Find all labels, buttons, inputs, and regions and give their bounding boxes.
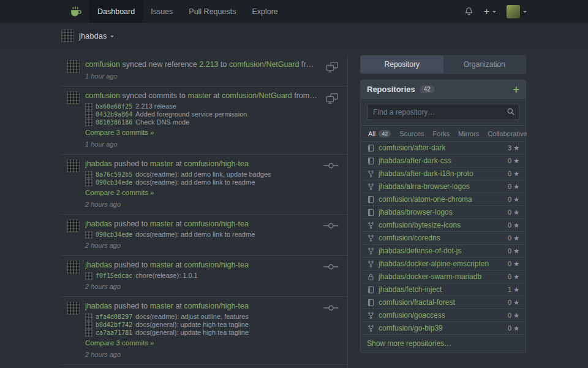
- repo-link[interactable]: jhabdas/after-dark-i18n-proto: [379, 169, 508, 178]
- fork-icon: [367, 312, 375, 320]
- branch-link[interactable]: master: [187, 91, 211, 100]
- nav-issues[interactable]: Issues: [143, 0, 181, 23]
- commit-sha-link[interactable]: 090cb34ede: [96, 178, 132, 186]
- branch-link[interactable]: master: [150, 159, 173, 168]
- repo-link[interactable]: comfusion/NetGuard: [229, 60, 300, 69]
- actor-link[interactable]: jhabdas: [85, 220, 112, 228]
- caret-down-icon: [523, 11, 527, 15]
- filter-collaborative[interactable]: Collaborative: [483, 130, 531, 137]
- branch-link[interactable]: master: [150, 220, 173, 228]
- actor-link[interactable]: comfusion: [85, 91, 120, 100]
- nav-dashboard[interactable]: Dashboard: [89, 0, 143, 23]
- feed-title: jhabdas pushed to master at comfusion/hi…: [85, 261, 318, 270]
- actor-avatar[interactable]: [67, 60, 80, 73]
- feed-title: jhabdas pushed to master at comfusion/hi…: [85, 220, 318, 229]
- filter-mirrors[interactable]: Mirrors: [454, 130, 483, 137]
- action-text: from mirror: [294, 91, 318, 100]
- feed-item: jhabdas pushed to master at comfusion/hi…: [61, 256, 347, 297]
- repo-link[interactable]: jhabdas/docker-swarm-mariadb: [379, 272, 508, 281]
- context-user-switcher[interactable]: jhabdas: [61, 29, 114, 42]
- commit-sha-link[interactable]: 090cb34ede: [96, 231, 132, 239]
- compare-commits-link[interactable]: Compare 3 commits »: [85, 129, 154, 136]
- repo-link[interactable]: jhabdas/docker-alpine-emscripten: [379, 259, 508, 268]
- actor-link[interactable]: comfusion: [85, 60, 120, 69]
- repo-icon: [367, 196, 375, 204]
- commit-sha-link[interactable]: 0810386186: [96, 118, 132, 126]
- star-icon: [511, 260, 519, 268]
- nav-explore[interactable]: Explore: [244, 0, 285, 23]
- actor-link[interactable]: jhabdas: [85, 302, 112, 310]
- repo-link[interactable]: comfusion/go-bip39: [379, 324, 508, 332]
- commit-icon: [318, 159, 339, 208]
- actor-avatar[interactable]: [67, 159, 80, 172]
- repo-link[interactable]: comfusion/coredns: [379, 234, 508, 242]
- repo-link[interactable]: jhabdas/alrra-browser-logos: [379, 182, 508, 191]
- nav-pull-requests[interactable]: Pull Requests: [181, 0, 244, 23]
- star-count: 0: [508, 324, 519, 332]
- actor-link[interactable]: jhabdas: [85, 261, 112, 269]
- repo-search-input[interactable]: [367, 104, 519, 120]
- commit-sha-link[interactable]: afa4d08297: [96, 313, 132, 321]
- commit-sha-link[interactable]: ca7aa71781: [96, 329, 132, 337]
- filter-forks[interactable]: Forks: [429, 130, 454, 137]
- commit-sha-link[interactable]: f0f15edcac: [96, 272, 132, 280]
- repo-link[interactable]: comfusion/NetGuard: [222, 91, 292, 100]
- repo-link[interactable]: comfusion/fractal-forest: [379, 298, 508, 307]
- ref-link[interactable]: 2.213: [199, 60, 218, 69]
- repo-row: comfusion/go-bip39 0: [361, 322, 526, 335]
- repo-link[interactable]: comfusion/high-tea: [184, 261, 249, 269]
- actor-avatar[interactable]: [67, 261, 80, 274]
- actor-avatar[interactable]: [67, 91, 80, 104]
- gitea-logo[interactable]: [61, 0, 89, 23]
- repo-link[interactable]: comfusion/bytesize-icons: [379, 221, 508, 229]
- repo-link[interactable]: comfusion/high-tea: [184, 302, 249, 310]
- commit-sha-link[interactable]: 0432b9a864: [96, 110, 132, 118]
- committer-avatar: [85, 179, 92, 186]
- filter-label: All: [368, 130, 375, 137]
- repo-link[interactable]: comfusion/atom-one-chroma: [379, 195, 508, 204]
- sidebar-tabs: Repository Organization: [360, 55, 526, 74]
- actor-link[interactable]: jhabdas: [85, 159, 112, 168]
- filter-all[interactable]: All 42: [364, 130, 395, 137]
- star-icon: [511, 324, 519, 332]
- commit-sha-link[interactable]: 8a76c592b5: [96, 171, 132, 178]
- repo-link[interactable]: jhabdas/defense-of-dot-js: [379, 247, 508, 255]
- show-more-repositories-link[interactable]: Show more repositories…: [361, 335, 526, 353]
- repo-icon: [367, 209, 375, 217]
- tab-organization[interactable]: Organization: [443, 56, 526, 73]
- tab-repository[interactable]: Repository: [361, 56, 443, 73]
- repo-link[interactable]: jhabdas/browser-logos: [379, 208, 508, 217]
- branch-link[interactable]: master: [150, 302, 173, 310]
- repo-link[interactable]: jhabdas/after-dark-css: [379, 156, 508, 165]
- bell-icon: [464, 7, 473, 16]
- repo-link[interactable]: comfusion/high-tea: [184, 220, 249, 228]
- timestamp: 2 hours ago: [85, 351, 318, 358]
- star-icon: [511, 299, 519, 307]
- repo-link[interactable]: jhabdas/fetch-inject: [379, 285, 508, 294]
- star-icon: [511, 221, 519, 229]
- actor-avatar[interactable]: [67, 302, 80, 315]
- filter-count-badge: 42: [379, 130, 391, 137]
- repo-row: jhabdas/after-dark-i18n-proto 0: [361, 167, 526, 180]
- branch-link[interactable]: master: [150, 261, 173, 269]
- create-new-dropdown[interactable]: +: [484, 7, 496, 17]
- star-count: 1: [508, 286, 519, 294]
- timestamp: 2 hours ago: [85, 283, 318, 290]
- filter-sources[interactable]: Sources: [395, 130, 428, 137]
- feed-item: jhabdas pushed to master at comfusion/hi…: [61, 215, 347, 256]
- repo-link[interactable]: comfusion/after-dark: [379, 144, 508, 152]
- compare-commits-link[interactable]: Compare 3 commits »: [85, 339, 154, 347]
- repo-link[interactable]: comfusion/goaccess: [379, 311, 508, 320]
- commit-sha-link[interactable]: b8d42bf742: [96, 321, 132, 329]
- add-repository-button[interactable]: +: [513, 84, 519, 95]
- compare-commits-link[interactable]: Compare 2 commits »: [85, 189, 154, 196]
- repo-link[interactable]: comfusion/high-tea: [184, 159, 249, 168]
- repo-row: jhabdas/docker-swarm-mariadb 0: [361, 270, 526, 283]
- repo-row: jhabdas/defense-of-dot-js 0: [361, 245, 526, 258]
- star-icon: [511, 273, 519, 281]
- user-menu-dropdown[interactable]: [507, 5, 527, 18]
- notifications-bell-button[interactable]: [464, 7, 473, 16]
- actor-avatar[interactable]: [67, 220, 80, 232]
- repositories-title: Repositories: [367, 85, 415, 94]
- commit-sha-link[interactable]: ba60a68f25: [96, 102, 132, 110]
